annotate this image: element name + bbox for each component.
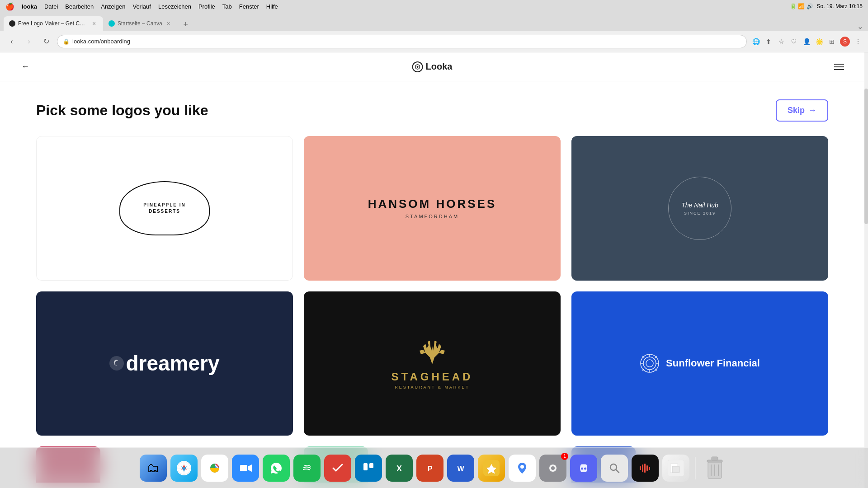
dock-item-powerpoint[interactable]: P — [416, 455, 443, 482]
dock-item-trello[interactable] — [355, 455, 382, 482]
dock-item-gmaps[interactable] — [509, 455, 536, 482]
dock-item-soundvis[interactable] — [632, 455, 659, 482]
tab-scroll[interactable]: ⌄ — [855, 22, 864, 31]
svg-rect-52 — [642, 465, 643, 472]
more-menu[interactable]: ⋮ — [854, 37, 863, 46]
page-title: Pick some logos you like — [36, 102, 208, 119]
tab-canva[interactable]: Startseite – Canva × — [103, 16, 178, 31]
menu-profile[interactable]: Profile — [198, 3, 215, 10]
forward-button[interactable]: › — [23, 35, 35, 48]
staghead-antler-icon — [414, 337, 450, 369]
dock: 🗂 X P W 1 — [0, 447, 868, 488]
staghead-tagline: RESTAURANT & MARKET — [392, 385, 473, 389]
menu-tab[interactable]: Tab — [222, 3, 232, 10]
logo-card-desserts[interactable]: PINEAPPLE INDESSERTS — [36, 136, 293, 281]
translate-icon[interactable]: 🌐 — [751, 37, 760, 46]
dreamery-icon — [109, 356, 124, 371]
svg-point-45 — [581, 467, 583, 469]
url-bar[interactable]: 🔒 looka.com/onboarding — [57, 35, 747, 48]
share-icon[interactable]: ⬆ — [764, 37, 773, 46]
dock-item-discord[interactable] — [570, 455, 597, 482]
extension-icon-1[interactable]: 🛡 — [789, 37, 798, 46]
page-scrollbar[interactable] — [864, 52, 868, 488]
sunflower-company-name: Sunflower Financial — [666, 357, 760, 369]
address-bar: ‹ › ↻ 🔒 looka.com/onboarding 🌐 ⬆ ☆ 🛡 👤 🌟… — [0, 31, 868, 52]
page-header: Pick some logos you like Skip → — [36, 99, 828, 122]
logo-card-dreamery[interactable]: dreamery — [36, 291, 293, 436]
looka-header: ← Looka — [0, 52, 864, 81]
apple-menu[interactable]: 🍎 — [5, 2, 14, 11]
extension-icon-3[interactable]: 🌟 — [815, 37, 824, 46]
browser-window: Free Logo Maker – Get Custom... × Starts… — [0, 13, 868, 488]
refresh-button[interactable]: ↻ — [40, 35, 52, 48]
extension-icon-2[interactable]: 👤 — [802, 37, 811, 46]
staghead-logo-inner: STAGHEAD RESTAURANT & MARKET — [392, 337, 473, 389]
menu-verlauf[interactable]: Verlauf — [132, 3, 151, 10]
skip-arrow-icon: → — [808, 106, 816, 115]
dock-separator — [695, 457, 696, 479]
dock-item-systemprefs[interactable]: 1 — [539, 455, 566, 482]
dock-item-whatsapp[interactable] — [263, 455, 290, 482]
back-button[interactable]: ‹ — [5, 35, 18, 48]
app-name[interactable]: looka — [22, 3, 37, 10]
url-text[interactable]: looka.com/onboarding — [72, 38, 130, 45]
svg-point-40 — [520, 465, 524, 469]
hansom-tagline: STAMFORDHAM — [368, 214, 497, 219]
looka-back-button[interactable]: ← — [18, 60, 33, 74]
new-tab-button[interactable]: + — [179, 18, 192, 31]
hansom-logo-inner: HANSOM HORSES STAMFORDHAM — [368, 197, 497, 219]
extension-icon-4[interactable]: ⊞ — [827, 37, 836, 46]
systemprefs-badge: 1 — [561, 453, 568, 460]
dock-item-preview[interactable] — [662, 455, 689, 482]
dock-item-quickradar[interactable] — [601, 455, 628, 482]
tab-bar: Free Logo Maker – Get Custom... × Starts… — [0, 13, 868, 31]
svg-rect-51 — [640, 466, 641, 470]
desserts-logo-inner: PINEAPPLE INDESSERTS — [119, 181, 210, 235]
tab-canva-close[interactable]: × — [165, 20, 172, 27]
dock-item-word[interactable]: W — [447, 455, 474, 482]
skip-label: Skip — [788, 106, 805, 115]
dock-item-trash[interactable] — [701, 455, 728, 482]
svg-rect-58 — [672, 466, 679, 473]
dreamery-company-name: dreamery — [126, 351, 219, 375]
dock-item-spotify[interactable] — [293, 455, 321, 482]
tab-looka-close[interactable]: × — [90, 20, 98, 27]
logo-card-hansom[interactable]: HANSOM HORSES STAMFORDHAM — [304, 136, 561, 281]
dock-item-safari[interactable] — [170, 455, 198, 482]
bookmark-icon[interactable]: ☆ — [777, 37, 786, 46]
looka-favicon — [9, 20, 15, 27]
dock-item-reeder[interactable] — [478, 455, 505, 482]
logo-card-sunflower[interactable]: Sunflower Financial — [571, 291, 828, 436]
menu-hilfe[interactable]: Hilfe — [266, 3, 278, 10]
menu-datei[interactable]: Datei — [44, 3, 58, 10]
menu-lesezeichen[interactable]: Lesezeichen — [158, 3, 191, 10]
svg-rect-47 — [606, 460, 623, 476]
dock-item-todoist[interactable] — [324, 455, 351, 482]
svg-rect-28 — [360, 460, 377, 476]
svg-point-46 — [584, 467, 586, 469]
nail-tagline: SINCE 2019 — [684, 211, 716, 216]
logo-card-nail[interactable]: The Nail Hub SINCE 2019 — [571, 136, 828, 281]
hamburger-line-3 — [834, 69, 844, 70]
profile-icon[interactable]: S — [840, 37, 850, 47]
system-status-icons: 🔋 📶 🔊 — [790, 3, 813, 9]
skip-button[interactable]: Skip → — [776, 99, 828, 122]
logo-card-staghead[interactable]: STAGHEAD RESTAURANT & MARKET — [304, 291, 561, 436]
hamburger-menu[interactable] — [832, 60, 846, 74]
menu-bearbeiten[interactable]: Bearbeiten — [65, 3, 94, 10]
dock-item-finder[interactable]: 🗂 — [140, 455, 167, 482]
svg-rect-29 — [363, 463, 368, 470]
dock-item-zoom[interactable] — [232, 455, 259, 482]
sunflower-logo-inner: Sunflower Financial — [640, 353, 760, 373]
svg-rect-53 — [644, 464, 646, 473]
svg-rect-26 — [299, 460, 315, 476]
dock-item-chrome[interactable] — [201, 455, 228, 482]
staghead-company-name: STAGHEAD — [392, 371, 473, 383]
page-scrollable-content: Pick some logos you like Skip → PINEAPPL… — [0, 81, 864, 488]
menu-fenster[interactable]: Fenster — [239, 3, 259, 10]
tab-looka[interactable]: Free Logo Maker – Get Custom... × — [4, 16, 103, 31]
dock-item-excel[interactable]: X — [386, 455, 413, 482]
menu-anzeigen[interactable]: Anzeigen — [101, 3, 125, 10]
looka-logo: Looka — [412, 61, 453, 72]
scrollbar-thumb[interactable] — [864, 89, 868, 224]
